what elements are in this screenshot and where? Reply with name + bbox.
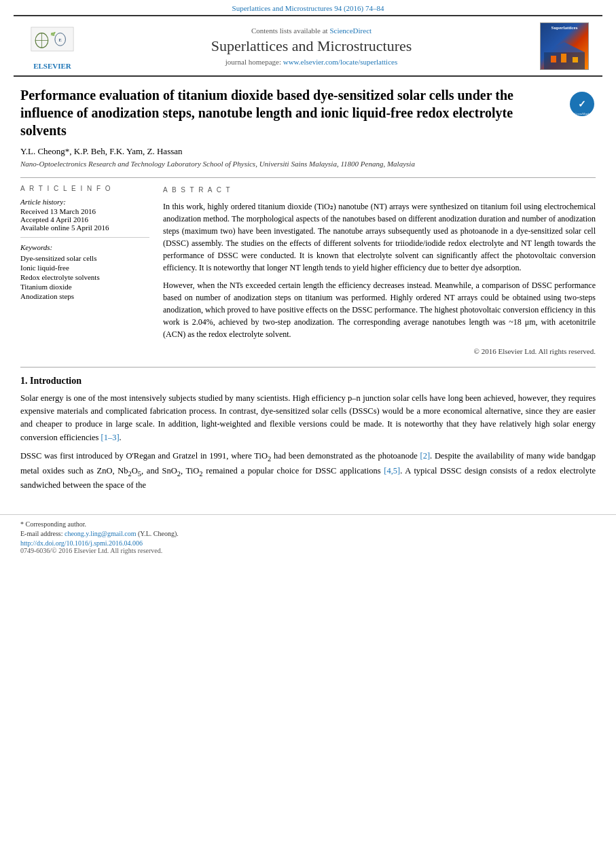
- thumbnail-graphic: [544, 39, 585, 69]
- citation-text: Superlattices and Microstructures 94 (20…: [232, 4, 384, 12]
- elsevier-label: ELSEVIER: [33, 62, 71, 70]
- main-content: Performance evaluation of titanium dioxi…: [0, 77, 616, 507]
- svg-rect-11: [573, 57, 578, 62]
- article-title-section: Performance evaluation of titanium dioxi…: [20, 86, 596, 139]
- doi-link[interactable]: http://dx.doi.org/10.1016/j.spmi.2016.04…: [20, 539, 143, 547]
- keyword-5: Anodization steps: [20, 292, 149, 300]
- keyword-1: Dye-sensitized solar cells: [20, 254, 149, 262]
- svg-rect-9: [551, 56, 556, 62]
- svg-rect-10: [561, 54, 566, 62]
- crossmark-icon: ✓ CrossMark: [568, 90, 596, 118]
- intro-number: 1.: [20, 376, 28, 386]
- affiliation: Nano-Optoelectronics Research and Techno…: [20, 160, 596, 168]
- section-divider-2: [20, 367, 596, 368]
- info-divider: [20, 237, 149, 238]
- crossmark-badge[interactable]: ✓ CrossMark: [568, 90, 596, 120]
- ref-2[interactable]: [2]: [420, 451, 430, 461]
- thumbnail-label: Superlattices: [542, 25, 587, 31]
- received-date: Received 13 March 2016: [20, 207, 149, 215]
- svg-rect-0: [31, 27, 73, 51]
- available-online-date: Available online 5 April 2016: [20, 223, 149, 232]
- svg-text:✓: ✓: [578, 99, 586, 109]
- abstract-paragraph-1: In this work, highly ordered titanium di…: [163, 200, 596, 274]
- article-title: Performance evaluation of titanium dioxi…: [20, 86, 562, 139]
- authors: Y.L. Cheong*, K.P. Beh, F.K. Yam, Z. Has…: [20, 146, 596, 157]
- copyright-line: © 2016 Elsevier Ltd. All rights reserved…: [163, 346, 596, 357]
- article-info-col: A R T I C L E I N F O Article history: R…: [20, 185, 149, 357]
- elsevier-logo-svg: 🌿 E: [29, 22, 76, 59]
- homepage-link[interactable]: www.elsevier.com/locate/superlattices: [283, 58, 398, 66]
- keywords-group: Keywords: Dye-sensitized solar cells Ion…: [20, 243, 149, 300]
- section-divider-1: [20, 177, 596, 178]
- doi-line: http://dx.doi.org/10.1016/j.spmi.2016.04…: [20, 539, 596, 547]
- page-wrapper: Superlattices and Microstructures 94 (20…: [0, 0, 616, 841]
- abstract-col: A B S T R A C T In this work, highly ord…: [163, 185, 596, 357]
- journal-thumbnail-area: Superlattices: [540, 22, 594, 70]
- email-note: E-mail address: cheong.y.ling@gmail.com …: [20, 530, 596, 537]
- page-footer: * Corresponding author. E-mail address: …: [0, 514, 616, 560]
- introduction-section: 1. Introduction Solar energy is one of t…: [20, 376, 596, 493]
- accepted-date: Accepted 4 April 2016: [20, 215, 149, 223]
- intro-paragraph-1: Solar energy is one of the most intensiv…: [20, 392, 596, 445]
- corresponding-author-note: * Corresponding author.: [20, 520, 596, 528]
- svg-text:E: E: [59, 37, 62, 42]
- intro-title: 1. Introduction: [20, 376, 596, 387]
- science-direct-text: Contents lists available at ScienceDirec…: [90, 26, 533, 35]
- journal-homepage: journal homepage: www.elsevier.com/locat…: [90, 58, 533, 66]
- journal-title: Superlattices and Microstructures: [90, 37, 533, 55]
- keyword-2: Ionic liquid-free: [20, 264, 149, 272]
- svg-text:CrossMark: CrossMark: [575, 112, 590, 115]
- citation-bar: Superlattices and Microstructures 94 (20…: [0, 0, 616, 15]
- article-history: Article history: Received 13 March 2016 …: [20, 198, 149, 232]
- abstract-paragraph-2: However, when the NTs exceeded certain l…: [163, 279, 596, 340]
- email-link[interactable]: cheong.y.ling@gmail.com: [65, 530, 136, 537]
- svg-marker-8: [544, 42, 585, 52]
- keyword-4: Titanium dioxide: [20, 283, 149, 291]
- intro-paragraph-2: DSSC was first introduced by O'Regan and…: [20, 450, 596, 493]
- two-col-layout: A R T I C L E I N F O Article history: R…: [20, 185, 596, 357]
- header-center: Contents lists available at ScienceDirec…: [90, 26, 533, 66]
- elsevier-logo-left: 🌿 E ELSEVIER: [22, 22, 83, 70]
- journal-thumbnail: Superlattices: [540, 22, 589, 70]
- journal-header: 🌿 E ELSEVIER Contents lists available at…: [14, 15, 602, 77]
- keywords-label: Keywords:: [20, 243, 149, 251]
- issn-line: 0749-6036/© 2016 Elsevier Ltd. All right…: [20, 547, 596, 554]
- ref-1-3[interactable]: [1–3]: [101, 433, 119, 442]
- science-direct-link[interactable]: ScienceDirect: [329, 26, 372, 35]
- ref-4-5[interactable]: [4,5]: [384, 466, 400, 476]
- article-info-heading: A R T I C L E I N F O: [20, 185, 149, 192]
- abstract-heading: A B S T R A C T: [163, 185, 596, 195]
- history-label: Article history:: [20, 198, 149, 206]
- intro-label: Introduction: [30, 376, 81, 386]
- keyword-3: Redox electrolyte solvents: [20, 273, 149, 281]
